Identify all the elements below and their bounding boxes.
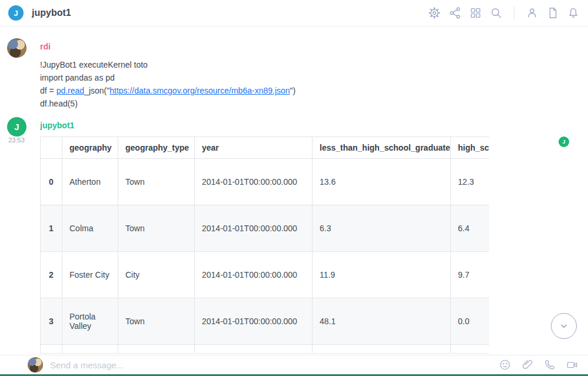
table-cell: 13.6 xyxy=(313,159,451,205)
table-cell xyxy=(195,345,313,354)
table-column-header: year xyxy=(195,137,313,159)
message-line: df.head(5) xyxy=(40,97,588,110)
table-row: 2Foster CityCity2014-01-01T00:00:00.0001… xyxy=(41,252,490,298)
table-cell xyxy=(451,345,490,354)
composer-avatar-photo xyxy=(28,357,43,372)
table-header-row: geographygeography_typeyearless_than_hig… xyxy=(41,137,490,159)
emoji-icon[interactable] xyxy=(497,357,513,372)
file-icon[interactable] xyxy=(545,5,560,21)
table-row: 3Portola ValleyTown2014-01-01T00:00:00.0… xyxy=(41,298,490,345)
message-text: _json(" xyxy=(84,86,109,95)
username-rdi[interactable]: rdi xyxy=(40,38,51,51)
chat-app: J jupybot1 xyxy=(0,0,588,376)
table-cell: 0.0 xyxy=(451,298,490,345)
channel-title: jupybot1 xyxy=(32,8,71,18)
message-link[interactable]: https://data.smcgov.org/resource/mb6a-xn… xyxy=(109,86,290,95)
message-timestamp: 23:53 xyxy=(0,137,33,144)
bell-icon[interactable] xyxy=(566,5,581,21)
table-column-header xyxy=(41,137,62,159)
table-row xyxy=(41,345,490,354)
table-cell: 6.3 xyxy=(313,205,451,252)
table-cell: Foster City xyxy=(62,252,118,298)
table-cell: 2 xyxy=(41,252,62,298)
attachment-icon[interactable] xyxy=(520,357,535,372)
table-cell: 2014-01-01T00:00:00.000 xyxy=(195,205,313,252)
message-line: !JupyBot1 executeKernel toto xyxy=(40,58,588,71)
search-icon[interactable] xyxy=(489,5,504,21)
table-cell xyxy=(313,345,451,354)
channel-avatar[interactable]: J xyxy=(8,5,24,21)
phone-icon[interactable] xyxy=(542,357,557,372)
dataframe-table: geographygeography_typeyearless_than_hig… xyxy=(40,137,489,354)
table-cell: Colma xyxy=(62,205,118,252)
jump-to-bottom-button[interactable] xyxy=(551,313,577,339)
table-cell: 1 xyxy=(41,205,62,252)
message-link[interactable]: pd.read xyxy=(57,86,84,95)
rdi-avatar[interactable] xyxy=(7,38,26,58)
table-cell: 2014-01-01T00:00:00.000 xyxy=(195,159,313,205)
table-cell: Atherton xyxy=(62,159,118,205)
composer-avatar xyxy=(28,357,43,372)
message-list[interactable]: rdi !JupyBot1 executeKernel totoimport p… xyxy=(0,27,588,355)
channel-header: J jupybot1 xyxy=(0,0,588,26)
username-jupybot1[interactable]: jupybot1 xyxy=(40,117,74,130)
channel-avatar-letter: J xyxy=(14,9,18,18)
header-actions xyxy=(427,5,588,21)
message-rdi: rdi !JupyBot1 executeKernel totoimport p… xyxy=(0,38,588,110)
video-call-icon[interactable] xyxy=(564,357,580,372)
table-cell: 48.1 xyxy=(313,298,451,345)
bot-unread-badge[interactable]: J xyxy=(559,137,569,147)
table-cell xyxy=(118,345,195,354)
jupybot1-avatar[interactable]: J xyxy=(7,117,26,137)
table-cell: 2014-01-01T00:00:00.000 xyxy=(195,252,313,298)
message-text: ") xyxy=(290,86,296,95)
jupybot1-avatar-letter: J xyxy=(7,117,26,137)
table-cell: City xyxy=(118,252,195,298)
table-cell: Town xyxy=(118,159,195,205)
table-cell xyxy=(41,345,62,354)
table-column-header: less_than_high_school_graduate xyxy=(313,137,451,159)
rdi-avatar-photo xyxy=(7,38,26,58)
table-cell: 9.7 xyxy=(451,252,490,298)
message-text: df = xyxy=(40,86,57,95)
settings-icon[interactable] xyxy=(427,5,442,21)
table-cell: 2014-01-01T00:00:00.000 xyxy=(195,298,313,345)
table-column-header: geography xyxy=(62,137,118,159)
message-text: import pandas as pd xyxy=(40,73,115,82)
message-input[interactable] xyxy=(50,360,497,370)
message-jupybot1: J 23:53 jupybot1 geographygeography_type… xyxy=(0,117,588,354)
table-row: 1ColmaTown2014-01-01T00:00:00.0006.36.4 xyxy=(41,205,490,252)
composer-actions xyxy=(497,357,588,372)
message-text: df.head(5) xyxy=(40,99,78,108)
table-cell: 12.3 xyxy=(451,159,490,205)
user-icon[interactable] xyxy=(524,5,540,21)
table-cell: Town xyxy=(118,298,195,345)
message-text: !JupyBot1 executeKernel toto xyxy=(40,60,148,69)
message-composer xyxy=(0,355,588,374)
table-cell: 11.9 xyxy=(313,252,451,298)
message-line: df = pd.read_json("https://data.smcgov.o… xyxy=(40,84,588,97)
apps-grid-icon[interactable] xyxy=(468,5,483,21)
table-cell: Portola Valley xyxy=(62,298,118,345)
table-cell: 3 xyxy=(41,298,62,345)
table-cell: 0 xyxy=(41,159,62,205)
chevron-down-icon xyxy=(557,319,571,333)
share-icon[interactable] xyxy=(447,5,463,21)
message-line: import pandas as pd xyxy=(40,71,588,84)
table-row: 0AthertonTown2014-01-01T00:00:00.00013.6… xyxy=(41,159,490,205)
table-cell xyxy=(62,345,118,354)
rdi-message-body: !JupyBot1 executeKernel totoimport panda… xyxy=(40,58,588,110)
table-cell: 6.4 xyxy=(451,205,490,252)
header-divider xyxy=(514,6,514,19)
table-column-header: high_sc xyxy=(451,137,490,159)
dataframe-table-container: geographygeography_typeyearless_than_hig… xyxy=(40,137,489,354)
table-cell: Town xyxy=(118,205,195,252)
table-column-header: geography_type xyxy=(118,137,195,159)
